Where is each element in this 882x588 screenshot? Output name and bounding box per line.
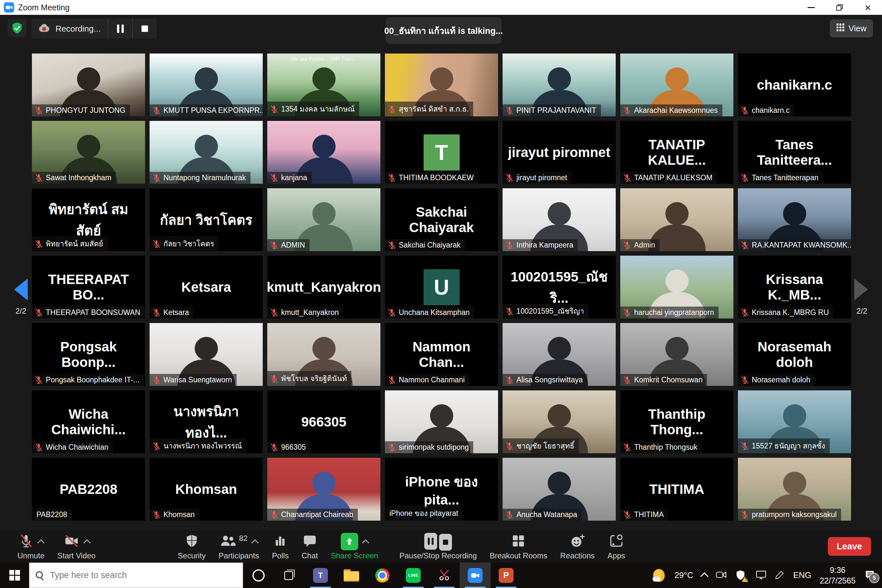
participant-tile[interactable]: THEERAPAT BO... THEERAPAT BOONSUWAN [32, 256, 145, 318]
taskbar-clock[interactable]: 9:36 22/7/2565 [820, 565, 856, 586]
next-page-arrow[interactable] [854, 279, 868, 300]
participant-tile[interactable]: jirayut piromnet jirayut piromnet [502, 121, 616, 184]
participant-tile[interactable]: Chanantipat Chaireab [267, 458, 380, 520]
participant-tile[interactable]: Admin [620, 188, 734, 251]
participant-tile[interactable]: TANATIP KALUE... TANATIP KALUEKSOM [620, 121, 734, 184]
participant-tile[interactable]: Sakchai Chaiyarak Sakchai Chaiyarak [385, 188, 498, 251]
participant-tile[interactable]: iPhone ของ pita... iPhone ของ pitayarat [385, 458, 498, 520]
network-display-icon[interactable] [756, 570, 766, 581]
participant-tile[interactable]: kmutt_Kanyakron kmutt_Kanyakron [267, 256, 380, 318]
participant-tile[interactable]: Alisa Songsriwittaya [502, 323, 616, 386]
pause-recording-button[interactable] [108, 19, 132, 39]
taskbar-app-zoom[interactable] [460, 562, 490, 588]
participant-tile[interactable]: sirimonpak sutdipong [385, 390, 498, 453]
taskbar-search[interactable] [29, 562, 243, 588]
unmute-button[interactable]: Unmute [17, 532, 45, 560]
taskbar-app-explorer[interactable] [336, 562, 367, 588]
pen-icon[interactable] [775, 570, 784, 581]
participant-tile[interactable]: พิทยารัตน์ สมสัตย์ พิทยารัตน์ สมสัตย์ [32, 188, 145, 251]
taskbar-app-task-view[interactable] [274, 562, 305, 588]
participant-tile[interactable]: 15527 ธนัญญา สกุลซั้ง [738, 390, 851, 453]
minimize-button[interactable] [797, 0, 825, 15]
taskbar-app-cortana[interactable] [243, 562, 274, 588]
participant-tile[interactable]: PINIT PRAJANTAVANIT [502, 54, 616, 116]
participant-tile[interactable]: U Unchana Kitsamphan [385, 256, 498, 318]
language-indicator[interactable]: ENG [793, 570, 811, 580]
leave-button[interactable]: Leave [828, 537, 871, 556]
participant-tile[interactable]: สุชารัตน์ ดิสขำ ส.ก.ธ. [385, 54, 498, 116]
participant-tile[interactable]: พัชโรบล จริยฐิตินันท์ [267, 323, 380, 386]
search-input[interactable] [50, 570, 218, 580]
close-button[interactable]: × [854, 0, 882, 15]
stop-recording-button[interactable] [132, 19, 157, 39]
participant-name-badge: Wicha Chaiwichian [32, 441, 113, 453]
participant-tile[interactable]: haruchai yingpratanporn [620, 256, 734, 318]
letter-avatar: T [424, 134, 460, 171]
maximize-button[interactable] [825, 0, 854, 15]
participant-tile[interactable]: RA.KANTAPAT KWANSOMK... [738, 188, 851, 251]
participant-name-badge: พิทยารัตน์ สมสัตย์ [32, 236, 108, 251]
participant-tile[interactable]: PAB2208 PAB2208 [32, 458, 145, 520]
taskbar-app-powerpoint[interactable]: P [490, 562, 522, 588]
taskbar-app-chrome[interactable] [367, 562, 398, 588]
participant-tile[interactable]: Warisa Suengtaworn [150, 323, 263, 386]
polls-button[interactable]: Polls [272, 532, 288, 560]
previous-page-arrow[interactable] [14, 279, 28, 300]
participant-tile[interactable]: Sawat Inthongkham [32, 121, 145, 184]
participant-tile[interactable]: Thanthip Thong... Thanthip Thongsuk [620, 390, 734, 453]
start-button[interactable] [0, 562, 29, 588]
start-video-button[interactable]: Start Video [57, 532, 95, 560]
participant-tile[interactable]: Inthira Kampeera [502, 188, 616, 251]
tray-chevron-up-icon[interactable] [700, 572, 709, 580]
taskbar-app-snip[interactable] [429, 562, 460, 588]
participant-tile[interactable]: Tanes Tanitteera... Tanes Tanitteerapan [738, 121, 851, 184]
chevron-up-icon[interactable] [362, 539, 369, 547]
pause-stop-recording-button[interactable]: Pause/Stop Recording [399, 532, 477, 560]
participant-tile[interactable]: Wicha Chaiwichi... Wicha Chaiwichian [32, 390, 145, 453]
share-screen-button[interactable]: Share Screen [331, 532, 378, 560]
participant-tile[interactable]: Nammon Chan... Nammon Chanmani [385, 323, 498, 386]
participant-tile[interactable]: THITIMA THITIMA [620, 458, 734, 520]
participant-tile[interactable]: Akarachai Kaewsomnues [620, 54, 734, 116]
chevron-up-icon[interactable] [37, 539, 45, 547]
apps-button[interactable]: Apps [608, 532, 626, 560]
breakout-rooms-button[interactable]: Breakout Rooms [490, 532, 548, 560]
taskbar-app-line[interactable]: LINE [398, 562, 429, 588]
participants-button[interactable]: 82 Participants [219, 532, 259, 560]
notifications-icon[interactable]: 5 [864, 569, 877, 582]
reactions-button[interactable]: Reactions [560, 532, 595, 560]
video-banner-caption: We are Profes... 7HR Train... [267, 56, 380, 62]
participant-tile[interactable]: ชาญชัย โยธาสุทธิ์ [502, 390, 616, 453]
defender-shield-icon[interactable]: ! [735, 570, 747, 581]
participant-tile[interactable]: 100201595_ณัชริ... 100201595_ณัชริญา [502, 256, 616, 318]
participant-tile[interactable]: Khomsan Khomsan [150, 458, 263, 520]
participant-tile[interactable]: Krissana K._MB... Krissana K._MBRG RU [738, 256, 851, 318]
participant-tile[interactable]: กัลยา วิชาโคตร กัลยา วิชาโคตร [150, 188, 263, 251]
participant-tile[interactable]: KMUTT PUNSA EKPORNPR... [150, 54, 263, 116]
taskbar-app-teams[interactable]: T [305, 562, 336, 588]
participant-tile[interactable]: Nuntapong Niramulnurak [150, 121, 263, 184]
participant-tile[interactable]: pratumporn kaksongsakul [738, 458, 851, 520]
chat-button[interactable]: Chat [302, 532, 318, 560]
participant-tile[interactable]: kanjana [267, 121, 380, 184]
weather-temperature[interactable]: 29°C [674, 570, 693, 580]
participant-tile[interactable]: Norasemah doloh Norasemah doloh [738, 323, 851, 386]
meeting-info-shield-icon[interactable] [8, 19, 26, 38]
participant-tile[interactable]: We are Profes... 7HR Train... 1354 มงคล … [267, 54, 380, 116]
participant-tile[interactable]: PHONGYUT JUNTONG [32, 54, 145, 116]
participant-tile[interactable]: 966305 966305 [267, 390, 380, 453]
participant-tile[interactable]: T THITIMA BOODKAEW [385, 121, 498, 184]
chevron-up-icon[interactable] [83, 539, 91, 547]
chevron-up-icon[interactable] [252, 539, 259, 547]
participant-tile[interactable]: Pongsak Boonp... Pongsak Boonphakdee IT-… [32, 323, 145, 386]
participant-tile[interactable]: Komkrit Chomsuwan [620, 323, 734, 386]
security-button[interactable]: Security [178, 532, 206, 560]
camera-in-use-icon[interactable] [716, 570, 727, 581]
weather-icon[interactable] [652, 568, 666, 582]
participant-tile[interactable]: ADMIN [267, 188, 380, 251]
participant-tile[interactable]: Anucha Watanapa [502, 458, 616, 520]
view-button[interactable]: View [830, 20, 873, 38]
participant-tile[interactable]: chanikarn.c chanikarn.c [738, 54, 851, 116]
participant-tile[interactable]: Ketsara Ketsara [150, 256, 263, 318]
participant-tile[interactable]: นางพรนิภา ทองไ... นางพรนิภา ทองไพวรรณ์ [150, 390, 263, 453]
